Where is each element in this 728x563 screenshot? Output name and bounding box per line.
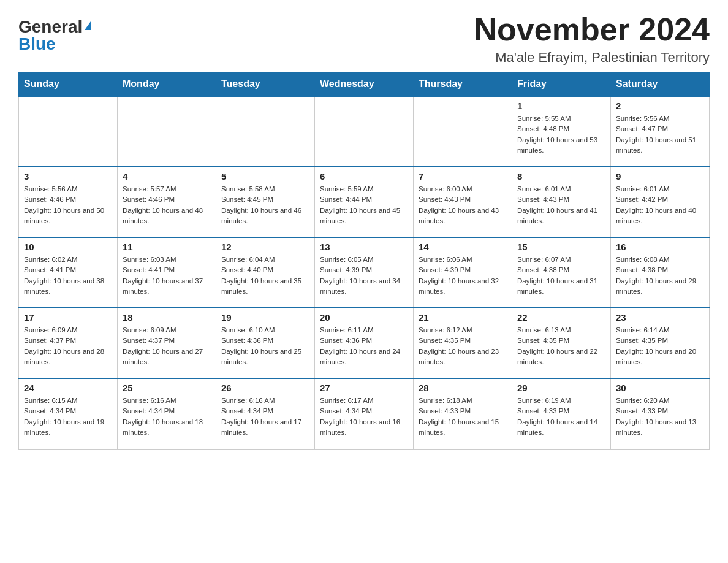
day-number: 29 [517, 383, 605, 393]
calendar-cell: 30Sunrise: 6:20 AM Sunset: 4:33 PM Dayli… [611, 378, 710, 449]
calendar-cell: 14Sunrise: 6:06 AM Sunset: 4:39 PM Dayli… [414, 237, 512, 308]
weekday-header-sunday: Sunday [19, 72, 118, 97]
day-number: 26 [221, 383, 309, 393]
month-title: November 2024 [474, 12, 710, 47]
day-info: Sunrise: 6:20 AM Sunset: 4:33 PM Dayligh… [616, 396, 704, 438]
day-number: 3 [24, 171, 112, 182]
day-info: Sunrise: 6:03 AM Sunset: 4:41 PM Dayligh… [123, 255, 211, 297]
day-number: 6 [320, 171, 408, 182]
day-info: Sunrise: 5:59 AM Sunset: 4:44 PM Dayligh… [320, 184, 408, 226]
day-info: Sunrise: 6:02 AM Sunset: 4:41 PM Dayligh… [24, 255, 112, 297]
calendar-cell: 26Sunrise: 6:16 AM Sunset: 4:34 PM Dayli… [216, 378, 315, 449]
day-number: 16 [616, 242, 704, 252]
day-info: Sunrise: 6:18 AM Sunset: 4:33 PM Dayligh… [419, 396, 507, 438]
day-info: Sunrise: 6:06 AM Sunset: 4:39 PM Dayligh… [419, 255, 507, 297]
calendar-cell: 5Sunrise: 5:58 AM Sunset: 4:45 PM Daylig… [216, 167, 315, 237]
day-info: Sunrise: 5:57 AM Sunset: 4:46 PM Dayligh… [123, 184, 211, 226]
calendar-cell: 16Sunrise: 6:08 AM Sunset: 4:38 PM Dayli… [611, 237, 710, 308]
calendar-cell: 13Sunrise: 6:05 AM Sunset: 4:39 PM Dayli… [315, 237, 414, 308]
day-number: 1 [517, 101, 605, 111]
calendar-table: SundayMondayTuesdayWednesdayThursdayFrid… [18, 72, 710, 450]
calendar-cell: 12Sunrise: 6:04 AM Sunset: 4:40 PM Dayli… [216, 237, 315, 308]
calendar-cell: 27Sunrise: 6:17 AM Sunset: 4:34 PM Dayli… [315, 378, 414, 449]
day-number: 21 [419, 312, 507, 323]
day-info: Sunrise: 5:56 AM Sunset: 4:46 PM Dayligh… [24, 184, 112, 226]
calendar-header-row: SundayMondayTuesdayWednesdayThursdayFrid… [19, 72, 710, 97]
page-header: General Blue November 2024 Ma'ale Efrayi… [18, 12, 710, 66]
day-number: 2 [616, 101, 704, 111]
day-info: Sunrise: 6:00 AM Sunset: 4:43 PM Dayligh… [419, 184, 507, 226]
weekday-header-saturday: Saturday [611, 72, 710, 97]
calendar-week-4: 17Sunrise: 6:09 AM Sunset: 4:37 PM Dayli… [19, 308, 710, 378]
calendar-cell: 17Sunrise: 6:09 AM Sunset: 4:37 PM Dayli… [19, 308, 118, 378]
day-info: Sunrise: 6:14 AM Sunset: 4:35 PM Dayligh… [616, 325, 704, 367]
calendar-cell [216, 96, 315, 167]
calendar-week-5: 24Sunrise: 6:15 AM Sunset: 4:34 PM Dayli… [19, 378, 710, 449]
weekday-header-wednesday: Wednesday [315, 72, 414, 97]
calendar-cell: 29Sunrise: 6:19 AM Sunset: 4:33 PM Dayli… [512, 378, 611, 449]
day-number: 20 [320, 312, 408, 323]
day-info: Sunrise: 6:08 AM Sunset: 4:38 PM Dayligh… [616, 255, 704, 297]
logo-blue-text: Blue [18, 36, 56, 53]
calendar-cell: 7Sunrise: 6:00 AM Sunset: 4:43 PM Daylig… [414, 167, 512, 237]
day-number: 19 [221, 312, 309, 323]
day-info: Sunrise: 6:12 AM Sunset: 4:35 PM Dayligh… [419, 325, 507, 367]
weekday-header-friday: Friday [512, 72, 611, 97]
day-number: 18 [123, 312, 211, 323]
logo: General Blue [18, 12, 91, 53]
day-number: 5 [221, 171, 309, 182]
day-number: 9 [616, 171, 704, 182]
day-number: 13 [320, 242, 408, 252]
day-info: Sunrise: 6:19 AM Sunset: 4:33 PM Dayligh… [517, 396, 605, 438]
day-info: Sunrise: 6:11 AM Sunset: 4:36 PM Dayligh… [320, 325, 408, 367]
day-info: Sunrise: 6:04 AM Sunset: 4:40 PM Dayligh… [221, 255, 309, 297]
calendar-cell [414, 96, 512, 167]
day-number: 12 [221, 242, 309, 252]
day-number: 30 [616, 383, 704, 393]
calendar-cell: 24Sunrise: 6:15 AM Sunset: 4:34 PM Dayli… [19, 378, 118, 449]
day-number: 11 [123, 242, 211, 252]
day-info: Sunrise: 6:09 AM Sunset: 4:37 PM Dayligh… [24, 325, 112, 367]
day-info: Sunrise: 6:10 AM Sunset: 4:36 PM Dayligh… [221, 325, 309, 367]
weekday-header-thursday: Thursday [414, 72, 512, 97]
calendar-week-1: 1Sunrise: 5:55 AM Sunset: 4:48 PM Daylig… [19, 96, 710, 167]
day-info: Sunrise: 6:17 AM Sunset: 4:34 PM Dayligh… [320, 396, 408, 438]
day-number: 24 [24, 383, 112, 393]
day-info: Sunrise: 5:55 AM Sunset: 4:48 PM Dayligh… [517, 113, 605, 156]
day-info: Sunrise: 5:58 AM Sunset: 4:45 PM Dayligh… [221, 184, 309, 226]
calendar-cell: 10Sunrise: 6:02 AM Sunset: 4:41 PM Dayli… [19, 237, 118, 308]
calendar-cell [118, 96, 216, 167]
day-info: Sunrise: 6:13 AM Sunset: 4:35 PM Dayligh… [517, 325, 605, 367]
calendar-cell: 19Sunrise: 6:10 AM Sunset: 4:36 PM Dayli… [216, 308, 315, 378]
calendar-cell: 2Sunrise: 5:56 AM Sunset: 4:47 PM Daylig… [611, 96, 710, 167]
day-number: 4 [123, 171, 211, 182]
weekday-header-monday: Monday [118, 72, 216, 97]
calendar-cell: 23Sunrise: 6:14 AM Sunset: 4:35 PM Dayli… [611, 308, 710, 378]
weekday-header-tuesday: Tuesday [216, 72, 315, 97]
day-number: 8 [517, 171, 605, 182]
day-info: Sunrise: 6:09 AM Sunset: 4:37 PM Dayligh… [123, 325, 211, 367]
day-info: Sunrise: 6:15 AM Sunset: 4:34 PM Dayligh… [24, 396, 112, 438]
day-number: 17 [24, 312, 112, 323]
day-info: Sunrise: 6:16 AM Sunset: 4:34 PM Dayligh… [123, 396, 211, 438]
calendar-cell: 4Sunrise: 5:57 AM Sunset: 4:46 PM Daylig… [118, 167, 216, 237]
day-number: 28 [419, 383, 507, 393]
calendar-week-2: 3Sunrise: 5:56 AM Sunset: 4:46 PM Daylig… [19, 167, 710, 237]
day-number: 14 [419, 242, 507, 252]
logo-triangle-icon [85, 21, 91, 30]
day-info: Sunrise: 6:01 AM Sunset: 4:43 PM Dayligh… [517, 184, 605, 226]
day-number: 27 [320, 383, 408, 393]
calendar-cell: 11Sunrise: 6:03 AM Sunset: 4:41 PM Dayli… [118, 237, 216, 308]
calendar-cell: 20Sunrise: 6:11 AM Sunset: 4:36 PM Dayli… [315, 308, 414, 378]
calendar-week-3: 10Sunrise: 6:02 AM Sunset: 4:41 PM Dayli… [19, 237, 710, 308]
calendar-cell: 9Sunrise: 6:01 AM Sunset: 4:42 PM Daylig… [611, 167, 710, 237]
calendar-cell [315, 96, 414, 167]
calendar-cell [19, 96, 118, 167]
day-number: 22 [517, 312, 605, 323]
day-number: 25 [123, 383, 211, 393]
day-info: Sunrise: 6:01 AM Sunset: 4:42 PM Dayligh… [616, 184, 704, 226]
logo-general-text: General [18, 18, 82, 36]
calendar-cell: 22Sunrise: 6:13 AM Sunset: 4:35 PM Dayli… [512, 308, 611, 378]
calendar-cell: 3Sunrise: 5:56 AM Sunset: 4:46 PM Daylig… [19, 167, 118, 237]
day-number: 15 [517, 242, 605, 252]
